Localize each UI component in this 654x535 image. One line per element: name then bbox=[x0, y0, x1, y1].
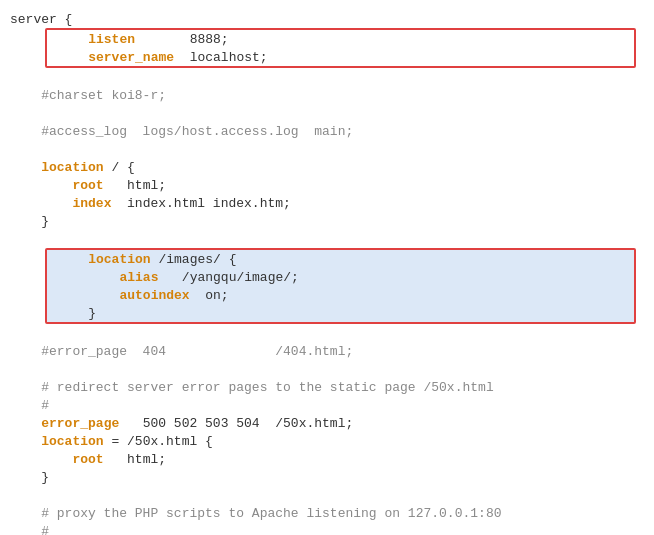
code-line: server { bbox=[0, 10, 654, 28]
code-line bbox=[0, 486, 654, 504]
code-line: # redirect server error pages to the sta… bbox=[0, 378, 654, 396]
code-line: root html; bbox=[0, 176, 654, 194]
code-line: location /images/ { bbox=[47, 250, 634, 268]
code-line bbox=[0, 140, 654, 158]
code-line bbox=[0, 360, 654, 378]
code-line bbox=[0, 230, 654, 248]
code-line: listen 8888; bbox=[47, 30, 634, 48]
code-line: error_page 500 502 503 504 /50x.html; bbox=[0, 414, 654, 432]
code-line: } bbox=[0, 468, 654, 486]
code-line: #error_page 404 /404.html; bbox=[0, 342, 654, 360]
code-line bbox=[0, 324, 654, 342]
code-line: } bbox=[47, 304, 634, 322]
code-line: index index.html index.htm; bbox=[0, 194, 654, 212]
code-line: #charset koi8-r; bbox=[0, 86, 654, 104]
code-line: # bbox=[0, 396, 654, 414]
code-container: server { listen 8888; server_name localh… bbox=[0, 0, 654, 535]
code-line: alias /yangqu/image/; bbox=[47, 268, 634, 286]
code-line: server_name localhost; bbox=[47, 48, 634, 66]
code-line: location = /50x.html { bbox=[0, 432, 654, 450]
code-line: #access_log logs/host.access.log main; bbox=[0, 122, 654, 140]
code-line: location / { bbox=[0, 158, 654, 176]
code-line: } bbox=[0, 212, 654, 230]
code-line: root html; bbox=[0, 450, 654, 468]
code-line: autoindex on; bbox=[47, 286, 634, 304]
code-line bbox=[0, 104, 654, 122]
code-line: # proxy the PHP scripts to Apache listen… bbox=[0, 504, 654, 522]
code-line bbox=[0, 68, 654, 86]
code-line: # bbox=[0, 522, 654, 535]
